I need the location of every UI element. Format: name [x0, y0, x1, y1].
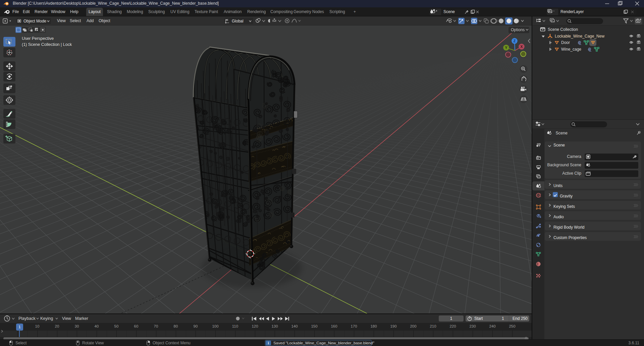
svg-text:X: X — [520, 45, 523, 49]
svg-text:Z: Z — [514, 39, 516, 43]
svg-text:Y: Y — [505, 46, 507, 50]
